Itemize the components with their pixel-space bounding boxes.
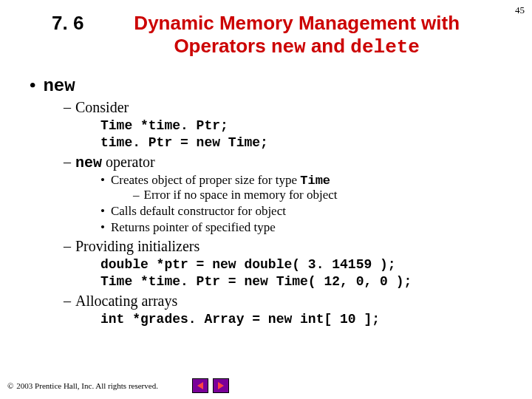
title-line1: Dynamic Memory Management with: [134, 12, 460, 34]
next-button[interactable]: [213, 378, 229, 393]
bullet-returns: •Returns pointer of specified type: [100, 220, 502, 235]
bullet-new-text: new: [43, 76, 75, 96]
bullet-creates-text: Creates object of proper size for type: [111, 173, 300, 187]
bullet-returns-text: Returns pointer of specified type: [111, 220, 276, 234]
bullet-creates: •Creates object of proper size for type …: [100, 173, 502, 188]
bullet-calls-text: Calls default constructor for object: [111, 204, 286, 218]
nav-buttons: [192, 378, 229, 393]
bullet-creates-code: Time: [300, 174, 330, 188]
bullet-new: •new: [30, 75, 502, 96]
prev-button[interactable]: [192, 378, 208, 393]
bullet-providing-text: Providing initializers: [75, 238, 200, 254]
bullet-consider: –Consider: [64, 99, 502, 116]
title-code-delete: delete: [350, 36, 420, 58]
code-providing: double *ptr = new double( 3. 14159 ); Ti…: [100, 256, 502, 290]
bullet-allocating-text: Allocating arrays: [75, 293, 177, 309]
code-consider: Time *time. Ptr; time. Ptr = new Time;: [100, 117, 502, 151]
code-allocating: int *grades. Array = new int[ 10 ];: [100, 311, 502, 328]
title-line2-mid: and: [306, 35, 351, 57]
bullet-allocating: –Allocating arrays: [64, 293, 502, 310]
triangle-right-icon: [218, 382, 224, 389]
page-number: 45: [515, 4, 525, 16]
title-code-new: new: [271, 36, 306, 58]
slide-body: •new –Consider Time *time. Ptr; time. Pt…: [30, 74, 502, 328]
bullet-new-operator: –new operator: [64, 154, 502, 171]
footer-text: 2003 Prentice Hall, Inc. All rights rese…: [16, 381, 158, 390]
slide-heading: 7. 6 Dynamic Memory Management with Oper…: [52, 12, 488, 59]
bullet-new-operator-code: new: [75, 154, 102, 171]
bullet-calls: •Calls default constructor for object: [100, 204, 502, 219]
title-line2-pre: Operators: [174, 35, 271, 57]
slide: 45 7. 6 Dynamic Memory Management with O…: [0, 0, 532, 399]
bullet-consider-text: Consider: [75, 99, 129, 115]
slide-title: Dynamic Memory Management with Operators…: [106, 12, 488, 59]
section-number: 7. 6: [52, 12, 83, 35]
bullet-providing: –Providing initializers: [64, 238, 502, 255]
bullet-new-operator-text: operator: [102, 154, 155, 170]
triangle-left-icon: [197, 382, 203, 389]
footer: © 2003 Prentice Hall, Inc. All rights re…: [7, 381, 158, 390]
bullet-error-text: Error if no space in memory for object: [144, 188, 338, 202]
bullet-error: –Error if no space in memory for object: [133, 188, 502, 202]
copyright-icon: ©: [7, 381, 13, 390]
